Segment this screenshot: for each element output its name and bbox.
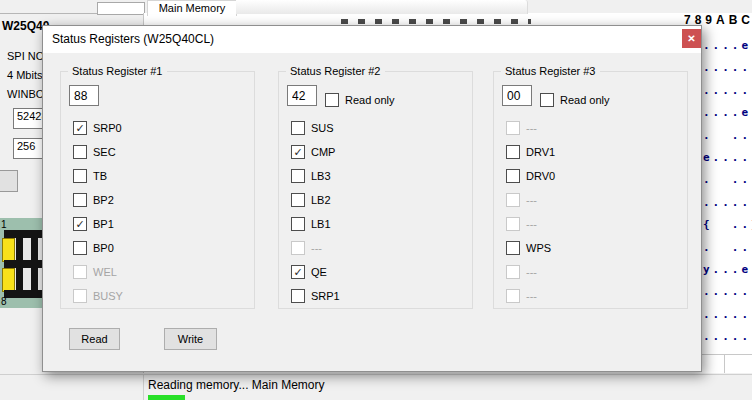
chip-body-mid (4, 260, 42, 268)
bit-checkbox-srp1[interactable]: SRP1 (291, 284, 340, 308)
status-register-group-2: Status Register #2Read onlySUS✓CMPLB3LB2… (278, 71, 473, 309)
ascii-row: ...... (703, 304, 752, 326)
checkbox-label: BUSY (93, 290, 123, 302)
checkbox-box[interactable]: ✓ (291, 265, 305, 279)
partial-combobox[interactable] (97, 2, 145, 15)
tab-main-memory[interactable]: Main Memory (147, 0, 237, 16)
bit-checkbox-sus[interactable]: SUS (291, 116, 340, 140)
checkbox-box (506, 193, 520, 207)
checkbox-box[interactable] (291, 289, 305, 303)
ascii-row: e..... (703, 147, 752, 169)
read-button[interactable]: Read (69, 328, 120, 350)
chip-body-top (4, 230, 42, 238)
chip-pad-yellow (2, 238, 15, 262)
checkbox-label: BP2 (93, 194, 114, 206)
bit-checkbox-tb[interactable]: TB (73, 164, 123, 188)
bit-checkbox-wps[interactable]: WPS (506, 236, 555, 260)
ascii-row: y...e. (703, 259, 752, 281)
checkbox-box[interactable] (506, 241, 520, 255)
vendor-label: WINBO (7, 88, 44, 100)
write-button[interactable]: Write (164, 328, 217, 350)
bit-checkbox-bp1[interactable]: ✓BP1 (73, 212, 123, 236)
checkbox-box[interactable] (73, 169, 87, 183)
checkbox-box[interactable] (73, 193, 87, 207)
chip-pin-stripe (16, 268, 23, 290)
progress-bar (148, 395, 185, 400)
ascii-row: ....e. (703, 35, 752, 57)
bit-checkbox-reserved: --- (506, 260, 555, 284)
checkbox-box (73, 289, 87, 303)
status-bar-divider (143, 375, 144, 400)
checkbox-box[interactable] (291, 217, 305, 231)
hex-column-header-clipped (341, 19, 531, 24)
bit-checkbox-reserved: --- (506, 284, 555, 308)
checkbox-label: --- (526, 266, 537, 278)
group-title: Status Register #1 (68, 65, 167, 77)
dialog-title: Status Registers (W25Q40CL) (52, 32, 214, 46)
checkbox-box[interactable]: ✓ (73, 217, 87, 231)
checkbox-label: BP0 (93, 242, 114, 254)
bit-checkbox-sec[interactable]: SEC (73, 140, 123, 164)
bit-checkbox-bp2[interactable]: BP2 (73, 188, 123, 212)
checkbox-box[interactable] (291, 121, 305, 135)
checkbox-box[interactable] (325, 93, 339, 107)
bit-checkbox-reserved: --- (506, 212, 555, 236)
register-value-input[interactable] (502, 85, 532, 106)
checkbox-box[interactable] (73, 241, 87, 255)
dialog-titlebar[interactable]: Status Registers (W25Q40CL) ✕ (43, 26, 701, 53)
register-value-input[interactable] (287, 85, 317, 106)
ascii-row: . ... (703, 125, 752, 147)
read-only-checkbox[interactable]: Read only (540, 88, 610, 112)
bit-checkbox-cmp[interactable]: ✓CMP (291, 140, 340, 164)
chip-photo: 1 8 (0, 218, 42, 308)
checkbox-box[interactable] (506, 169, 520, 183)
bit-checkbox-bp0[interactable]: BP0 (73, 236, 123, 260)
checkbox-box[interactable]: ✓ (73, 121, 87, 135)
ascii-column: ....e.................e.. ...e...... ...… (703, 35, 752, 348)
app-window: W25Q40 SPI NO 4 Mbits WINBO 52428 256 1 … (0, 0, 752, 400)
status-registers-dialog: Status Registers (W25Q40CL) ✕ Status Reg… (42, 25, 702, 372)
register-value-input[interactable] (69, 85, 99, 106)
bit-checkbox-reserved: --- (506, 116, 555, 140)
ascii-row: . ... (703, 237, 752, 259)
checkbox-label: --- (526, 122, 537, 134)
checkbox-label: CMP (311, 146, 335, 158)
bit-checkbox-srp0[interactable]: ✓SRP0 (73, 116, 123, 140)
status-register-group-3: Status Register #3Read only---DRV1DRV0--… (493, 71, 688, 309)
bit-checkbox-reserved: --- (506, 188, 555, 212)
close-button[interactable]: ✕ (682, 29, 701, 48)
bit-checkbox-drv1[interactable]: DRV1 (506, 140, 555, 164)
tab-strip (236, 0, 528, 14)
checkbox-box[interactable] (291, 169, 305, 183)
checkbox-label: LB2 (311, 194, 331, 206)
read-only-checkbox[interactable]: Read only (325, 88, 395, 112)
checkbox-label: DRV0 (526, 170, 555, 182)
checkbox-box[interactable] (506, 145, 520, 159)
checkbox-label: WPS (526, 242, 551, 254)
ascii-row: ...... (703, 326, 752, 348)
capacity-label: 4 Mbits (7, 69, 42, 81)
bit-checkbox-busy: BUSY (73, 284, 123, 308)
status-message: Reading memory... Main Memory (148, 378, 325, 392)
chip-pin8-label: 8 (1, 296, 7, 307)
bit-checkbox-lb1[interactable]: LB1 (291, 212, 340, 236)
checkbox-label: LB1 (311, 218, 331, 230)
ascii-row: ...... (703, 57, 752, 79)
chip-pin-stripe (31, 238, 38, 260)
checkbox-label: SRP1 (311, 290, 340, 302)
checkbox-box (506, 265, 520, 279)
bit-checkbox-lb2[interactable]: LB2 (291, 188, 340, 212)
checkbox-box[interactable] (291, 193, 305, 207)
bit-checkbox-lb3[interactable]: LB3 (291, 164, 340, 188)
checkbox-box[interactable] (540, 93, 554, 107)
chip-pad-yellow (2, 268, 15, 292)
partial-button[interactable] (0, 170, 18, 192)
checkbox-label: Read only (560, 94, 610, 106)
checkbox-label: SUS (311, 122, 334, 134)
checkbox-box[interactable] (73, 145, 87, 159)
bit-checkbox-drv0[interactable]: DRV0 (506, 164, 555, 188)
checkbox-box[interactable]: ✓ (291, 145, 305, 159)
bit-checkbox-qe[interactable]: ✓QE (291, 260, 340, 284)
checkbox-label: Read only (345, 94, 395, 106)
ascii-row: . ... (703, 169, 752, 191)
